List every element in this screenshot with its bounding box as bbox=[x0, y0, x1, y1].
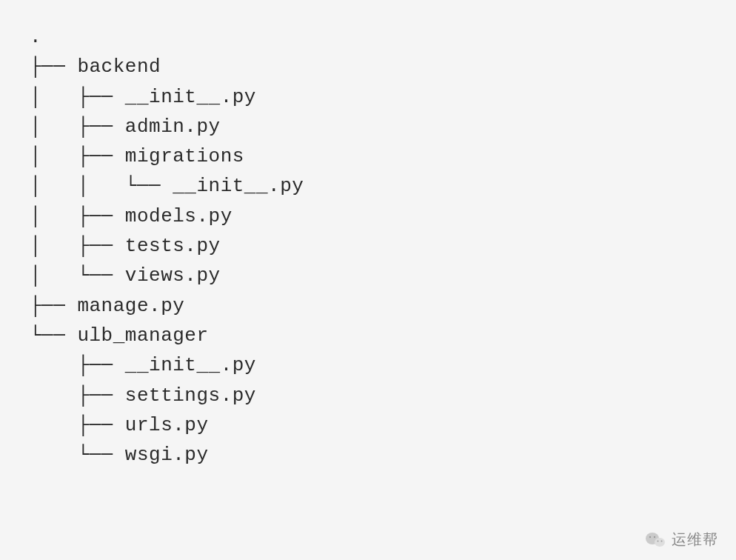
tree-line: ├── backend bbox=[30, 52, 706, 81]
tree-line: └── ulb_manager bbox=[30, 321, 706, 350]
tree-line: │ └── views.py bbox=[30, 261, 706, 290]
tree-line: ├── __init__.py bbox=[30, 350, 706, 380]
tree-line: │ │ └── __init__.py bbox=[30, 171, 706, 201]
svg-point-3 bbox=[654, 536, 655, 537]
tree-line: │ ├── migrations bbox=[30, 141, 706, 171]
svg-point-1 bbox=[655, 538, 665, 547]
tree-line: │ ├── tests.py bbox=[30, 231, 706, 261]
svg-point-2 bbox=[649, 536, 651, 537]
watermark: 运维帮 bbox=[645, 530, 718, 550]
tree-line: │ ├── __init__.py bbox=[30, 82, 706, 112]
tree-line-root: . bbox=[30, 22, 706, 52]
wechat-icon bbox=[645, 531, 666, 549]
watermark-text: 运维帮 bbox=[672, 530, 718, 550]
tree-line: └── wsgi.py bbox=[30, 440, 706, 470]
tree-line: ├── urls.py bbox=[30, 410, 706, 440]
svg-point-5 bbox=[661, 540, 663, 541]
tree-line: │ ├── models.py bbox=[30, 201, 706, 231]
tree-line: ├── manage.py bbox=[30, 291, 706, 321]
tree-line: │ ├── admin.py bbox=[30, 112, 706, 141]
tree-container: . ├── backend │ ├── __init__.py │ ├── ad… bbox=[30, 22, 706, 470]
svg-point-4 bbox=[658, 540, 659, 541]
tree-line: ├── settings.py bbox=[30, 381, 706, 410]
